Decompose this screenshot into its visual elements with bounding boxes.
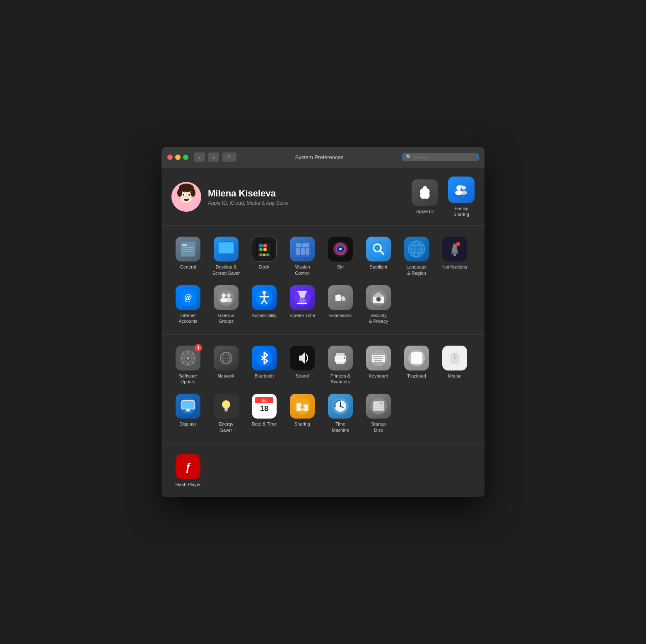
pref-mission-control[interactable]: MissionControl xyxy=(284,232,321,279)
screen-time-label: Screen Time xyxy=(289,312,315,318)
svg-point-107 xyxy=(344,357,345,359)
pref-printers[interactable]: Printers &Scanners xyxy=(322,341,359,388)
notifications-icon xyxy=(442,237,467,261)
svg-rect-88 xyxy=(181,357,183,359)
mouse-icon xyxy=(442,346,467,370)
svg-rect-35 xyxy=(259,248,263,251)
prefs-grid-hardware: 1 SoftwareUpdate Netwo xyxy=(170,341,476,436)
pref-screen-time[interactable]: Screen Time xyxy=(284,281,321,328)
pref-startup-disk[interactable]: StartupDisk xyxy=(360,390,397,436)
svg-point-70 xyxy=(263,291,266,294)
svg-point-47 xyxy=(339,248,342,250)
quick-icon-family-sharing[interactable]: FamilySharing xyxy=(448,177,475,218)
svg-point-143 xyxy=(301,404,304,407)
general-label: General xyxy=(180,264,196,270)
pref-siri[interactable]: Siri xyxy=(322,232,359,279)
svg-rect-134 xyxy=(224,409,228,411)
titlebar: ‹ › ⠿ System Preferences 🔍 xyxy=(162,147,485,168)
svg-point-30 xyxy=(260,254,262,256)
pref-security-privacy[interactable]: Security& Privacy xyxy=(360,281,397,328)
pref-network[interactable]: Network xyxy=(208,341,244,388)
pref-sharing[interactable]: Sharing xyxy=(284,390,321,436)
svg-rect-40 xyxy=(296,248,300,255)
notifications-label: Notifications xyxy=(442,264,467,270)
pref-spotlight[interactable]: Spotlight xyxy=(360,232,397,279)
svg-point-64 xyxy=(218,289,234,306)
software-update-label: SoftwareUpdate xyxy=(179,373,197,385)
pref-internet-accounts[interactable]: @ InternetAccounts xyxy=(170,281,206,328)
svg-rect-106 xyxy=(336,361,345,364)
pref-trackpad[interactable]: Trackpad xyxy=(398,341,435,388)
accessibility-label: Accessibility xyxy=(252,312,277,318)
time-machine-label: TimeMachine xyxy=(332,421,349,433)
svg-rect-112 xyxy=(377,356,379,357)
pref-users-groups[interactable]: Users &Groups xyxy=(208,281,244,328)
pref-language[interactable]: Language& Region xyxy=(398,232,435,279)
desktop-label: Desktop &Screen Saver xyxy=(212,264,240,276)
forward-icon: › xyxy=(213,154,215,160)
pref-energy-saver[interactable]: EnergySaver xyxy=(208,390,244,436)
pref-date-time[interactable]: JUL 18 Date & Time xyxy=(246,390,282,436)
svg-point-8 xyxy=(188,194,190,196)
svg-point-48 xyxy=(370,241,387,257)
svg-rect-116 xyxy=(375,358,377,359)
pref-notifications[interactable]: Notifications xyxy=(436,232,473,279)
svg-point-10 xyxy=(184,198,189,199)
mouse-label: Mouse xyxy=(448,373,461,379)
svg-rect-110 xyxy=(373,356,375,357)
search-input[interactable] xyxy=(414,154,475,160)
pref-time-machine[interactable]: TimeMachine xyxy=(322,390,359,436)
trackpad-label: Trackpad xyxy=(407,373,426,379)
pref-sound[interactable]: Sound xyxy=(284,341,321,388)
maximize-button[interactable] xyxy=(183,155,188,160)
close-button[interactable] xyxy=(167,155,173,160)
grid-icon: ⠿ xyxy=(228,155,231,160)
svg-point-3 xyxy=(177,189,182,197)
avatar[interactable] xyxy=(171,182,201,212)
dock-icon xyxy=(252,237,277,261)
avatar-image xyxy=(171,182,201,212)
svg-rect-42 xyxy=(306,248,309,255)
svg-point-68 xyxy=(225,298,232,303)
pref-keyboard[interactable]: Keyboard xyxy=(360,341,397,388)
pref-software-update[interactable]: 1 SoftwareUpdate xyxy=(170,341,206,388)
search-box[interactable]: 🔍 xyxy=(402,153,479,161)
svg-rect-114 xyxy=(381,356,383,357)
siri-icon xyxy=(328,237,353,261)
system-preferences-window: ‹ › ⠿ System Preferences 🔍 xyxy=(162,147,485,497)
svg-rect-87 xyxy=(187,363,189,366)
pref-mouse[interactable]: Mouse xyxy=(436,341,473,388)
svg-point-11 xyxy=(179,197,182,199)
svg-point-162 xyxy=(380,402,382,404)
extensions-label: Extensions xyxy=(329,312,352,318)
pref-displays[interactable]: Displays xyxy=(170,390,206,436)
screen-time-icon xyxy=(290,285,315,310)
svg-point-125 xyxy=(453,356,456,359)
startup-disk-label: StartupDisk xyxy=(371,421,386,433)
svg-rect-23 xyxy=(182,251,194,252)
pref-extensions[interactable]: Extensions xyxy=(322,281,359,328)
keyboard-icon xyxy=(366,346,391,370)
forward-button[interactable]: › xyxy=(208,153,219,162)
svg-point-85 xyxy=(186,356,190,360)
bluetooth-icon xyxy=(252,346,277,370)
grid-view-button[interactable]: ⠿ xyxy=(222,153,236,162)
pref-general[interactable]: General xyxy=(170,232,206,279)
general-icon xyxy=(176,237,200,261)
pref-dock[interactable]: Dock xyxy=(246,232,282,279)
pref-desktop[interactable]: Desktop &Screen Saver xyxy=(208,232,244,279)
svg-rect-34 xyxy=(263,244,267,247)
sharing-label: Sharing xyxy=(294,421,310,427)
network-icon xyxy=(214,346,239,370)
security-privacy-icon xyxy=(366,285,391,310)
svg-point-65 xyxy=(222,293,226,298)
pref-bluetooth[interactable]: Bluetooth xyxy=(246,341,282,388)
security-privacy-label: Security& Privacy xyxy=(369,312,388,324)
back-button[interactable]: ‹ xyxy=(194,153,205,162)
minimize-button[interactable] xyxy=(175,155,181,160)
quick-icon-apple-id[interactable]: Apple ID xyxy=(412,179,438,214)
svg-rect-21 xyxy=(182,247,194,248)
pref-accessibility[interactable]: Accessibility xyxy=(246,281,282,328)
back-icon: ‹ xyxy=(199,154,200,160)
pref-flash-player[interactable]: ƒ Flash Player xyxy=(170,450,206,491)
